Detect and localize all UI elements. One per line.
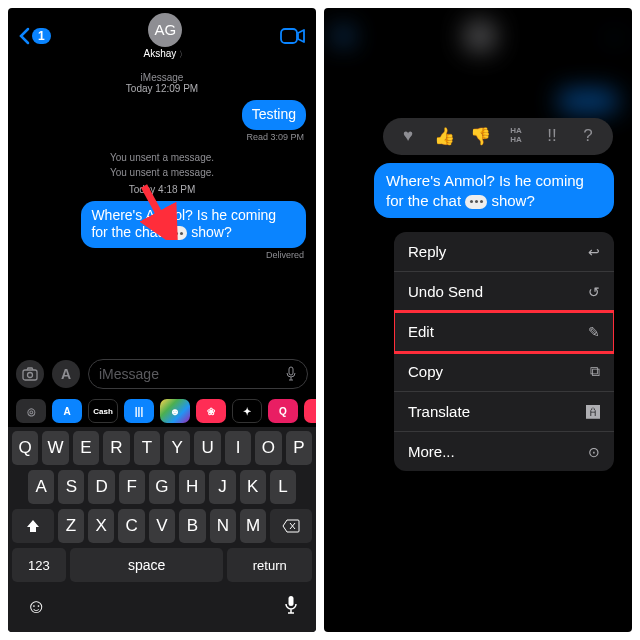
menu-more[interactable]: More...⊙ xyxy=(394,432,614,471)
video-icon xyxy=(280,27,306,45)
reaction-4[interactable]: !! xyxy=(541,126,563,147)
key-n[interactable]: N xyxy=(210,509,236,543)
backspace-key[interactable] xyxy=(270,509,312,543)
dictate-icon xyxy=(285,366,297,382)
app-icon[interactable]: ♫ xyxy=(304,399,316,423)
key-b[interactable]: B xyxy=(179,509,205,543)
mic-icon xyxy=(284,595,298,615)
reaction-1[interactable]: 👍 xyxy=(433,126,455,147)
message-bubble[interactable]: Where's Anmol? Is he coming for the chat… xyxy=(374,163,614,218)
menu-icon: 🅰 xyxy=(586,404,600,420)
menu-label: Edit xyxy=(408,323,434,340)
key-x[interactable]: X xyxy=(88,509,114,543)
message-bubble[interactable]: Testing xyxy=(242,100,306,130)
menu-label: Undo Send xyxy=(408,283,483,300)
typing-indicator-icon xyxy=(465,195,487,209)
keyboard: QWERTYUIOP ASDFGHJKL ZXCVBNM 123 space r… xyxy=(8,427,316,632)
key-s[interactable]: S xyxy=(58,470,84,504)
key-c[interactable]: C xyxy=(118,509,144,543)
back-button[interactable]: 1 xyxy=(18,27,51,45)
typing-indicator-icon xyxy=(165,226,187,240)
key-a[interactable]: A xyxy=(28,470,54,504)
key-k[interactable]: K xyxy=(240,470,266,504)
input-bar: A iMessage xyxy=(8,353,316,395)
chevron-left-icon xyxy=(18,27,30,45)
unread-badge: 1 xyxy=(32,28,51,44)
appstore-icon: A xyxy=(61,366,71,382)
shift-icon xyxy=(25,518,41,534)
app-icon[interactable]: ◎ xyxy=(16,399,46,423)
app-icon[interactable]: ||| xyxy=(124,399,154,423)
svg-rect-4 xyxy=(289,367,293,375)
facetime-button[interactable] xyxy=(280,27,306,45)
message-input[interactable]: iMessage xyxy=(88,359,308,389)
key-u[interactable]: U xyxy=(194,431,220,465)
key-y[interactable]: Y xyxy=(164,431,190,465)
menu-copy[interactable]: Copy⧉ xyxy=(394,352,614,392)
appstore-button[interactable]: A xyxy=(52,360,80,388)
delivered-receipt: Delivered xyxy=(20,250,304,260)
return-key[interactable]: return xyxy=(227,548,312,582)
menu-undosend[interactable]: Undo Send↺ xyxy=(394,272,614,312)
app-strip[interactable]: ◎ACash|||☻❀✦Q♫ xyxy=(8,395,316,427)
key-i[interactable]: I xyxy=(225,431,251,465)
key-j[interactable]: J xyxy=(209,470,235,504)
shift-key[interactable] xyxy=(12,509,54,543)
menu-icon: ⧉ xyxy=(590,363,600,380)
key-q[interactable]: Q xyxy=(12,431,38,465)
reaction-bar: ♥👍👎HAHA!!? xyxy=(383,118,613,155)
backspace-icon xyxy=(282,519,300,533)
message-bubble[interactable]: Where's Anmol? Is he coming for the chat… xyxy=(81,201,306,248)
menu-icon: ↺ xyxy=(588,284,600,300)
key-m[interactable]: M xyxy=(240,509,266,543)
context-menu: Reply↩Undo Send↺Edit✎Copy⧉Translate🅰More… xyxy=(394,232,614,471)
app-icon[interactable]: ☻ xyxy=(160,399,190,423)
key-d[interactable]: D xyxy=(88,470,114,504)
dictate-key[interactable] xyxy=(284,595,298,618)
header: 1 AG Akshay 〉 xyxy=(8,8,316,60)
key-v[interactable]: V xyxy=(149,509,175,543)
menu-reply[interactable]: Reply↩ xyxy=(394,232,614,272)
camera-button[interactable] xyxy=(16,360,44,388)
emoji-key[interactable]: ☺ xyxy=(26,595,46,618)
contact-header[interactable]: AG Akshay 〉 xyxy=(144,13,188,60)
app-icon[interactable]: ✦ xyxy=(232,399,262,423)
numbers-key[interactable]: 123 xyxy=(12,548,66,582)
phone-right: 1 AG ▭ ♥👍👎HAHA!!? Where's Anmol? Is he c… xyxy=(324,8,632,632)
context-overlay: ♥👍👎HAHA!!? Where's Anmol? Is he coming f… xyxy=(324,8,632,632)
menu-edit[interactable]: Edit✎ xyxy=(394,312,614,352)
key-r[interactable]: R xyxy=(103,431,129,465)
app-icon[interactable]: A xyxy=(52,399,82,423)
input-placeholder: iMessage xyxy=(99,366,159,382)
message-thread[interactable]: iMessage Today 12:09 PM Testing Read 3:0… xyxy=(8,60,316,353)
key-g[interactable]: G xyxy=(149,470,175,504)
key-l[interactable]: L xyxy=(270,470,296,504)
key-z[interactable]: Z xyxy=(58,509,84,543)
svg-rect-0 xyxy=(281,29,297,43)
thread-meta: iMessage Today 12:09 PM xyxy=(18,72,306,94)
reaction-0[interactable]: ♥ xyxy=(397,126,419,147)
key-f[interactable]: F xyxy=(119,470,145,504)
menu-label: More... xyxy=(408,443,455,460)
menu-translate[interactable]: Translate🅰 xyxy=(394,392,614,432)
reaction-2[interactable]: 👎 xyxy=(469,126,491,147)
app-icon[interactable]: ❀ xyxy=(196,399,226,423)
reaction-5[interactable]: ? xyxy=(577,126,599,147)
key-h[interactable]: H xyxy=(179,470,205,504)
key-o[interactable]: O xyxy=(255,431,281,465)
svg-rect-5 xyxy=(289,596,294,606)
camera-icon xyxy=(22,367,38,381)
status-text: You unsent a message. xyxy=(18,152,306,163)
key-w[interactable]: W xyxy=(42,431,68,465)
key-t[interactable]: T xyxy=(134,431,160,465)
menu-label: Translate xyxy=(408,403,470,420)
svg-rect-2 xyxy=(23,370,37,380)
space-key[interactable]: space xyxy=(70,548,224,582)
key-p[interactable]: P xyxy=(286,431,312,465)
app-icon[interactable]: Q xyxy=(268,399,298,423)
menu-label: Reply xyxy=(408,243,446,260)
phone-left: 1 AG Akshay 〉 iMessage Today 12:09 PM Te… xyxy=(8,8,316,632)
reaction-3[interactable]: HAHA xyxy=(505,126,527,147)
key-e[interactable]: E xyxy=(73,431,99,465)
app-icon[interactable]: Cash xyxy=(88,399,118,423)
